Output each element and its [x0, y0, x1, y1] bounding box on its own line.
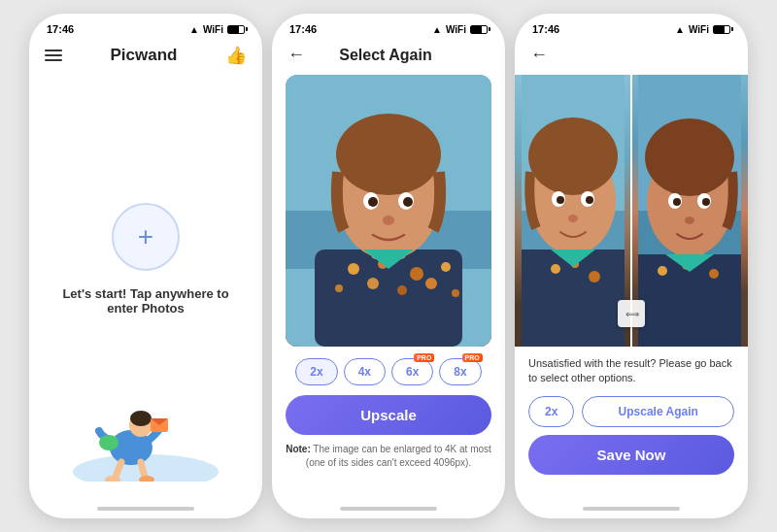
svg-point-19	[425, 278, 437, 289]
start-text: Let's start! Tap anywhere to enter Photo…	[49, 286, 243, 316]
plus-icon: +	[138, 223, 153, 250]
scale-options: 2x 4x 6x PRO 8x PRO	[286, 358, 491, 385]
action-row: 2x Upscale Again	[528, 396, 734, 427]
photo-preview	[286, 75, 491, 347]
after-svg	[631, 75, 748, 347]
portrait-image	[286, 75, 491, 347]
upscale-button[interactable]: Upscale	[286, 395, 491, 435]
signal-icon-2: ▲	[432, 24, 442, 35]
svg-point-18	[397, 285, 407, 295]
scale-6x-button[interactable]: 6x PRO	[391, 358, 433, 385]
scale-2x-button[interactable]: 2x	[295, 358, 337, 385]
home-indicator-3	[583, 507, 680, 511]
svg-point-46	[658, 266, 667, 276]
note-prefix: Note:	[286, 444, 311, 454]
divider-arrows-icon: ⟺	[625, 309, 637, 319]
status-bar-3: 17:46 ▲ WiFi	[515, 14, 748, 39]
after-image	[631, 75, 748, 347]
app-header-2: ← Select Again	[272, 39, 505, 75]
before-svg	[515, 75, 631, 347]
svg-point-16	[335, 284, 343, 292]
wifi-icon: WiFi	[203, 24, 223, 35]
svg-point-34	[589, 271, 600, 283]
signal-icon: ▲	[189, 24, 199, 35]
svg-point-27	[403, 197, 413, 207]
svg-point-14	[410, 267, 423, 281]
home-indicator-2	[340, 507, 437, 511]
svg-point-3	[130, 411, 152, 426]
battery-icon	[227, 25, 245, 34]
portrait-svg	[286, 75, 491, 347]
note-body: The image can be enlarged to 4K at most …	[306, 444, 491, 468]
svg-point-32	[551, 264, 560, 274]
svg-point-20	[452, 289, 459, 297]
app-title: Picwand	[111, 46, 178, 65]
phone-2: 17:46 ▲ WiFi ← Select Again	[272, 14, 505, 518]
note-text: Note: The image can be enlarged to 4K at…	[286, 443, 491, 470]
svg-point-12	[348, 263, 359, 275]
svg-point-48	[709, 269, 719, 279]
status-bar-2: 17:46 ▲ WiFi	[272, 14, 505, 39]
illustration	[29, 365, 262, 482]
app-header-3: ←	[515, 39, 748, 75]
svg-point-28	[383, 216, 394, 225]
wifi-icon-3: WiFi	[689, 24, 709, 35]
save-content: ⟺ Unsatisfied with the result? Please go…	[515, 75, 748, 501]
bottom-section: Unsatisfied with the result? Please go b…	[515, 347, 748, 488]
pro-badge-6x: PRO	[414, 353, 434, 362]
scale-4x-button[interactable]: 4x	[344, 358, 386, 385]
svg-point-17	[367, 278, 379, 289]
svg-point-40	[557, 196, 564, 204]
app-container: 17:46 ▲ WiFi Picwand 👍 + Let's start! Ta…	[0, 0, 777, 532]
select-content: 2x 4x 6x PRO 8x PRO Upscale Note: The im…	[272, 75, 505, 501]
phone-1: 17:46 ▲ WiFi Picwand 👍 + Let's start! Ta…	[29, 14, 262, 518]
home-content[interactable]: + Let's start! Tap anywhere to enter Pho…	[29, 76, 262, 501]
save-now-button[interactable]: Save Now	[528, 435, 734, 475]
svg-point-15	[441, 262, 451, 272]
svg-point-54	[673, 198, 681, 206]
back-button-2[interactable]: ←	[287, 45, 305, 65]
illustration-svg	[68, 365, 223, 482]
svg-point-26	[368, 197, 378, 207]
comparison-view: ⟺	[515, 75, 748, 347]
svg-point-6	[99, 435, 118, 450]
back-button-3[interactable]: ←	[530, 45, 548, 65]
scale-2x-button-3[interactable]: 2x	[528, 396, 574, 427]
status-bar-1: 17:46 ▲ WiFi	[29, 14, 262, 39]
status-icons-1: ▲ WiFi	[189, 24, 245, 35]
svg-point-55	[702, 198, 710, 206]
phone-3: 17:46 ▲ WiFi ←	[515, 14, 748, 518]
time-3: 17:46	[532, 23, 559, 35]
signal-icon-3: ▲	[675, 24, 685, 35]
status-icons-2: ▲ WiFi	[432, 24, 488, 35]
pro-badge-8x: PRO	[462, 353, 483, 362]
divider-handle[interactable]: ⟺	[618, 300, 645, 327]
upscale-again-button[interactable]: Upscale Again	[582, 396, 734, 427]
scale-8x-button[interactable]: 8x PRO	[439, 358, 481, 385]
svg-point-42	[568, 215, 578, 222]
home-indicator-1	[97, 507, 194, 511]
before-image	[515, 75, 631, 347]
wifi-icon-2: WiFi	[446, 24, 466, 35]
header-title-2: Select Again	[339, 47, 431, 64]
add-photo-button[interactable]: +	[112, 203, 180, 271]
battery-icon-2	[470, 25, 488, 34]
menu-icon[interactable]	[45, 50, 62, 61]
thumb-icon[interactable]: 👍	[225, 45, 247, 66]
app-header-1: Picwand 👍	[29, 39, 262, 76]
svg-point-23	[336, 114, 441, 195]
time-2: 17:46	[289, 23, 317, 35]
status-icons-3: ▲ WiFi	[675, 24, 730, 35]
time-1: 17:46	[47, 23, 74, 35]
svg-point-37	[528, 117, 618, 195]
svg-point-51	[645, 118, 734, 196]
svg-point-41	[586, 196, 593, 204]
battery-icon-3	[713, 25, 730, 34]
svg-point-56	[685, 216, 694, 224]
unsatisfied-text: Unsatisfied with the result? Please go b…	[528, 356, 734, 386]
